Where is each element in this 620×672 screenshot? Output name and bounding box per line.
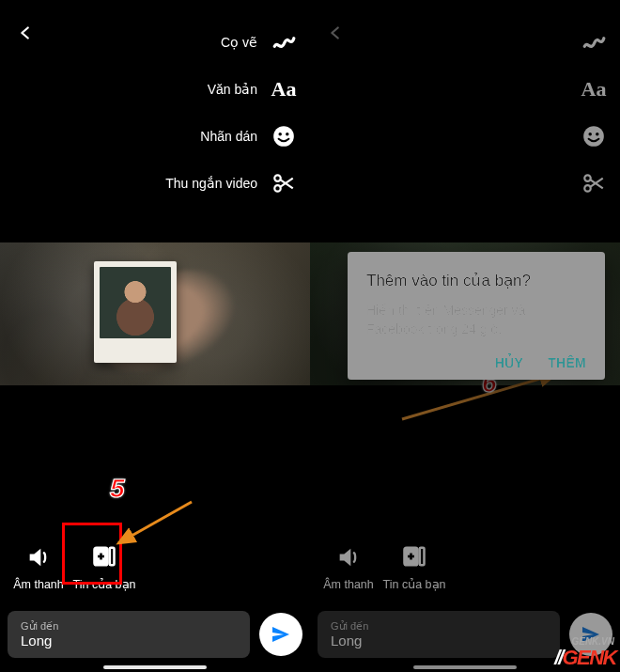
svg-point-1 xyxy=(278,133,281,135)
preview-polaroid xyxy=(94,261,177,363)
send-recipient: Long xyxy=(21,633,237,649)
svg-point-13 xyxy=(588,133,591,135)
send-bar: Gửi đến Long xyxy=(8,610,302,659)
tool-brush[interactable]: Cọ vẽ xyxy=(165,19,297,66)
home-indicator xyxy=(413,665,517,669)
dialog-body: Hiển thị trên Messenger và Facebook tron… xyxy=(366,302,586,338)
svg-line-11 xyxy=(118,502,192,543)
action-story[interactable]: Tin của bạn xyxy=(381,543,447,591)
tool-trim[interactable]: Thu ngắn video xyxy=(165,160,297,207)
home-indicator xyxy=(103,665,207,669)
screen-right: Aa Thêm vào tin của bạn? Hiển thị trên M… xyxy=(310,0,620,672)
action-sound-label: Âm thanh xyxy=(323,578,374,591)
action-sound-label: Âm thanh xyxy=(13,578,64,591)
dialog-confirm-button[interactable]: THÊM xyxy=(548,355,586,370)
smile-icon xyxy=(581,123,607,149)
tool-text[interactable]: Văn bản Aa xyxy=(165,66,297,113)
send-icon xyxy=(270,623,292,646)
scissors-icon xyxy=(271,170,297,196)
add-to-story-dialog: Thêm vào tin của bạn? Hiển thị trên Mess… xyxy=(348,252,605,380)
dialog-cancel-button[interactable]: HỦY xyxy=(495,355,523,370)
bottom-actions: Âm thanh Tin của bạn xyxy=(0,543,310,591)
dialog-title: Thêm vào tin của bạn? xyxy=(366,271,586,290)
edit-tools: Aa xyxy=(581,19,607,207)
svg-line-5 xyxy=(280,180,293,188)
svg-point-0 xyxy=(273,126,294,147)
tool-text[interactable]: Aa xyxy=(581,66,607,113)
recipient-pill[interactable]: Gửi đến Long xyxy=(8,611,250,658)
step-badge-5: 5 xyxy=(110,474,125,504)
send-button[interactable] xyxy=(259,613,302,656)
svg-line-17 xyxy=(590,180,603,188)
highlight-step5 xyxy=(62,523,122,585)
watermark: // GENK GENK.VN xyxy=(554,646,616,670)
text-aa-icon: Aa xyxy=(581,76,607,102)
tool-sticker[interactable]: Nhãn dán xyxy=(165,113,297,160)
watermark-slash: // xyxy=(554,646,562,670)
svg-line-6 xyxy=(280,179,293,187)
brush-icon xyxy=(581,29,607,55)
send-recipient: Long xyxy=(331,633,547,649)
speaker-icon xyxy=(25,544,52,570)
screen-left: Cọ vẽ Văn bản Aa Nhãn dán Thu ngắn video xyxy=(0,0,310,672)
topbar xyxy=(310,0,620,56)
scissors-icon xyxy=(581,170,607,196)
svg-point-2 xyxy=(286,133,288,135)
watermark-brand: GENK xyxy=(562,646,616,670)
bottom-actions: Âm thanh Tin của bạn xyxy=(310,543,620,591)
svg-rect-20 xyxy=(420,548,425,566)
smile-icon xyxy=(271,123,297,149)
brush-icon xyxy=(271,29,297,55)
action-sound[interactable]: Âm thanh xyxy=(316,544,381,591)
tool-brush[interactable] xyxy=(581,19,607,66)
tool-brush-label: Cọ vẽ xyxy=(221,35,257,50)
dialog-buttons: HỦY THÊM xyxy=(366,355,586,370)
tool-sticker[interactable] xyxy=(581,113,607,160)
speaker-icon xyxy=(335,544,362,570)
send-to-label: Gửi đến xyxy=(331,620,547,633)
svg-point-14 xyxy=(596,133,598,135)
svg-point-12 xyxy=(583,126,604,147)
back-icon[interactable] xyxy=(15,23,36,43)
video-preview[interactable] xyxy=(0,242,310,385)
edit-tools: Cọ vẽ Văn bản Aa Nhãn dán Thu ngắn video xyxy=(165,19,297,207)
action-story-label: Tin của bạn xyxy=(383,577,446,591)
add-story-icon xyxy=(401,543,427,570)
tool-trim-label: Thu ngắn video xyxy=(165,176,257,191)
tool-sticker-label: Nhãn dán xyxy=(200,129,257,144)
recipient-pill[interactable]: Gửi đến Long xyxy=(318,611,560,658)
text-aa-icon: Aa xyxy=(271,76,297,102)
tool-trim[interactable] xyxy=(581,160,607,207)
tool-text-label: Văn bản xyxy=(208,82,257,97)
back-icon[interactable] xyxy=(325,23,346,43)
watermark-tld: GENK.VN xyxy=(571,636,614,647)
svg-line-18 xyxy=(590,179,603,187)
send-to-label: Gửi đến xyxy=(21,620,237,633)
